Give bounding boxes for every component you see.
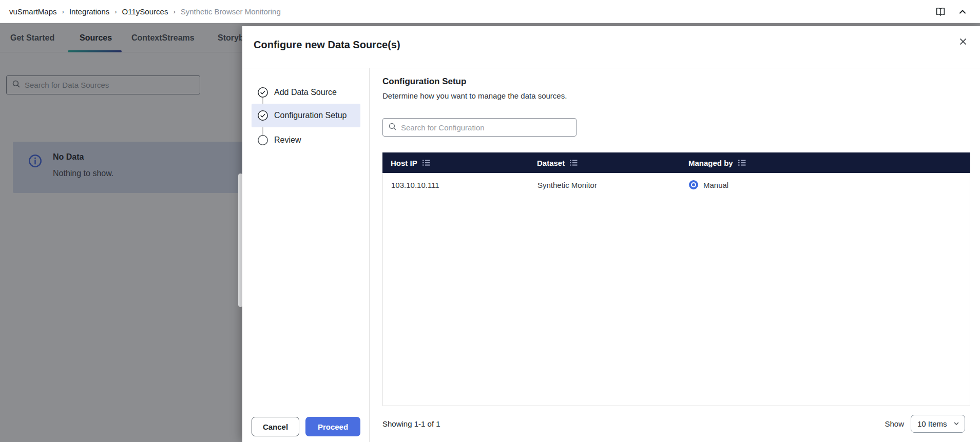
- breadcrumb-separator: ›: [62, 8, 64, 15]
- breadcrumb-separator: ›: [114, 8, 117, 15]
- configuration-setup-panel: Configuration Setup Determine how you wa…: [370, 68, 980, 442]
- breadcrumb-integrations[interactable]: Integrations: [69, 7, 109, 16]
- table-footer: Showing 1-1 of 1 Show 10 Items: [370, 406, 980, 442]
- show-label: Show: [885, 419, 904, 428]
- column-menu-icon[interactable]: [738, 159, 746, 166]
- breadcrumb-o11ysources[interactable]: O11ySources: [122, 7, 168, 16]
- managed-by-label: Manual: [703, 181, 728, 189]
- column-label: Managed by: [688, 159, 733, 167]
- page-size-select[interactable]: 10 Items: [911, 415, 965, 433]
- chevron-up-icon[interactable]: [958, 8, 967, 16]
- cell-host-ip: 103.10.10.111: [383, 181, 529, 189]
- column-label: Dataset: [537, 159, 565, 167]
- breadcrumb-current-page: Synthetic Browser Monitoring: [181, 7, 281, 16]
- breadcrumb-separator: ›: [173, 8, 175, 15]
- search-icon: [388, 122, 397, 133]
- configure-data-source-modal: Configure new Data Source(s) Add Data So…: [242, 26, 980, 442]
- table-header-row: Host IP Dataset: [382, 152, 970, 173]
- breadcrumb: vuSmartMaps › Integrations › O11ySources…: [9, 7, 281, 16]
- configuration-table: Host IP Dataset: [382, 152, 970, 406]
- step-label: Add Data Source: [274, 88, 337, 97]
- step-complete-icon: [257, 110, 268, 121]
- chevron-down-icon: [953, 419, 959, 428]
- pagination-summary: Showing 1-1 of 1: [382, 419, 440, 428]
- proceed-button[interactable]: Proceed: [305, 417, 360, 436]
- modal-body: Add Data Source Configuration Setup: [242, 68, 980, 442]
- step-pending-icon: [257, 134, 268, 146]
- step-review[interactable]: Review: [252, 128, 360, 152]
- configuration-search[interactable]: [382, 118, 577, 137]
- close-icon[interactable]: [956, 35, 970, 48]
- cell-managed-by: Manual: [681, 180, 970, 189]
- column-menu-icon[interactable]: [570, 159, 578, 166]
- configuration-search-input[interactable]: [401, 123, 571, 132]
- top-navigation-bar: vuSmartMaps › Integrations › O11ySources…: [0, 0, 980, 23]
- cancel-button[interactable]: Cancel: [252, 417, 299, 436]
- step-configuration-setup[interactable]: Configuration Setup: [252, 104, 360, 127]
- docs-book-icon[interactable]: [935, 6, 946, 17]
- modal-title: Configure new Data Source(s): [254, 39, 400, 51]
- step-add-data-source[interactable]: Add Data Source: [252, 81, 360, 104]
- page-size-value: 10 Items: [917, 419, 947, 428]
- column-label: Host IP: [391, 159, 417, 167]
- step-complete-icon: [257, 87, 268, 98]
- column-header-managed-by: Managed by: [680, 159, 970, 167]
- breadcrumb-vusmartmaps[interactable]: vuSmartMaps: [9, 7, 57, 16]
- column-header-dataset: Dataset: [529, 159, 680, 167]
- wizard-stepper: Add Data Source Configuration Setup: [242, 68, 370, 442]
- step-label: Configuration Setup: [274, 111, 347, 120]
- column-header-host-ip: Host IP: [382, 159, 529, 167]
- manual-radio-selected[interactable]: [689, 180, 698, 189]
- cell-dataset: Synthetic Monitor: [529, 181, 681, 189]
- table-body: 103.10.10.111 Synthetic Monitor Manual: [382, 173, 970, 406]
- panel-description: Determine how you want to manage the dat…: [382, 91, 567, 100]
- table-row: 103.10.10.111 Synthetic Monitor Manual: [383, 173, 970, 197]
- column-menu-icon[interactable]: [422, 159, 430, 166]
- modal-header: Configure new Data Source(s): [242, 26, 980, 68]
- panel-heading: Configuration Setup: [382, 76, 466, 87]
- step-label: Review: [274, 136, 301, 145]
